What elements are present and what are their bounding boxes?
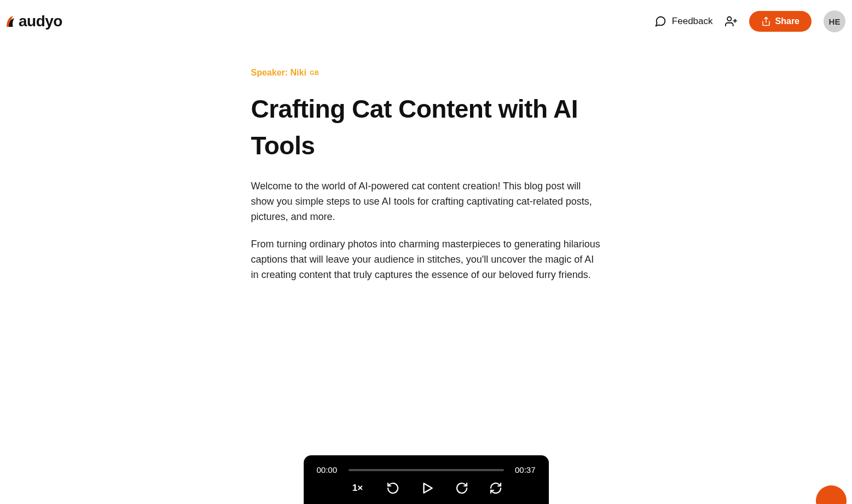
paragraph[interactable]: From turning ordinary photos into charmi… <box>251 237 601 283</box>
document-title[interactable]: Crafting Cat Content with AI Tools <box>251 91 601 164</box>
forward-icon <box>455 482 468 495</box>
chat-icon <box>654 15 666 27</box>
svg-point-0 <box>727 17 731 21</box>
floating-action-button[interactable] <box>816 485 847 504</box>
play-icon <box>420 481 434 495</box>
avatar-initials: HE <box>829 17 841 26</box>
current-time: 00:00 <box>317 465 341 474</box>
header-actions: Feedback Share HE <box>654 10 845 32</box>
add-user-button[interactable] <box>725 15 737 27</box>
user-plus-icon <box>725 15 737 27</box>
play-button[interactable] <box>420 481 434 495</box>
forward-button[interactable] <box>455 482 468 495</box>
speaker-selector[interactable]: Speaker: Niki GB <box>251 68 601 78</box>
progress-bar[interactable] <box>349 469 504 471</box>
rewind-icon <box>386 482 399 495</box>
audio-player: 00:00 00:37 1× <box>304 455 549 504</box>
feedback-button[interactable]: Feedback <box>654 15 713 27</box>
feedback-label: Feedback <box>672 16 713 27</box>
svg-marker-4 <box>424 483 432 493</box>
share-label: Share <box>775 16 799 26</box>
logo-icon <box>5 15 18 28</box>
document-content: Speaker: Niki GB Crafting Cat Content wi… <box>251 68 601 283</box>
avatar[interactable]: HE <box>824 10 845 32</box>
share-icon <box>761 16 771 26</box>
duration: 00:37 <box>512 465 536 474</box>
rewind-button[interactable] <box>386 482 399 495</box>
loop-button[interactable] <box>489 482 502 495</box>
brand-name: audyo <box>19 13 62 30</box>
paragraph[interactable]: Welcome to the world of AI-powered cat c… <box>251 179 601 225</box>
app-header: audyo Feedback Share HE <box>0 0 852 35</box>
speaker-region: GB <box>310 69 320 76</box>
loop-icon <box>489 482 502 495</box>
player-progress-row: 00:00 00:37 <box>317 465 536 474</box>
player-controls: 1× <box>317 481 536 495</box>
speaker-label: Speaker: Niki <box>251 68 306 78</box>
brand-logo[interactable]: audyo <box>5 13 62 30</box>
playback-speed-button[interactable]: 1× <box>350 483 366 494</box>
share-button[interactable]: Share <box>749 11 812 32</box>
